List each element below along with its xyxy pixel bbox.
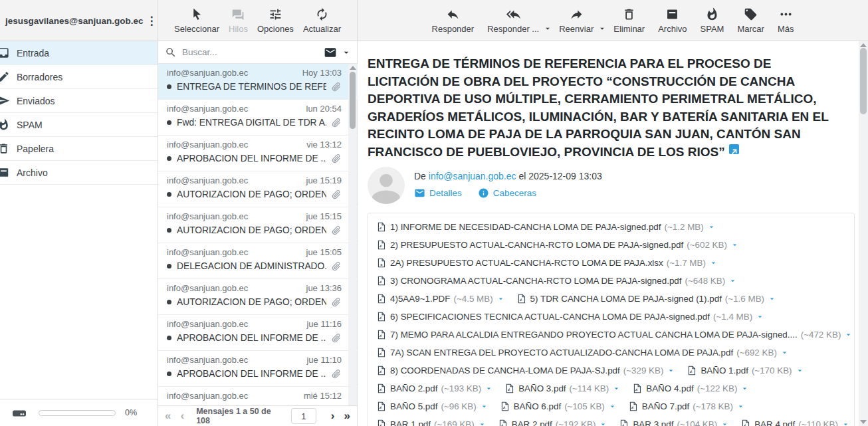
attachment-link[interactable]: 7) MEMO PARA ALCALDIA ENTREGANDO PROYECT… [376, 329, 853, 340]
attachment-menu-caret-icon[interactable] [841, 420, 850, 426]
message-list-item[interactable]: info@sanjuan.gob.ec lun 20:54 Fwd: ENTRE… [158, 100, 358, 136]
message-list-item[interactable]: info@sanjuan.gob.ec jue 15:19 AUTORIZACI… [158, 171, 358, 207]
attachment-menu-caret-icon[interactable] [478, 420, 487, 426]
attachment-name[interactable]: BAR 2.pdf [512, 419, 552, 426]
attachment-link[interactable]: BAÑO 1.pdf (~170 KB) [687, 365, 804, 376]
attachment-name[interactable]: 6) SPECIFICACIONES TECNICA ACTUAL-CANCHA… [390, 312, 710, 322]
attachment-menu-caret-icon[interactable] [720, 420, 729, 426]
attachment-name[interactable]: 7) MEMO PARA ALCALDIA ENTREGANDO PROYECT… [390, 330, 798, 340]
forward-button[interactable]: Reenviar [559, 7, 594, 34]
account-menu-kebab-icon[interactable]: ⋮ [144, 14, 160, 28]
attachment-name[interactable]: 2A) PRESUPUESTO ACTUAL-CANCHA-RCTO LOMA … [390, 258, 663, 268]
forward-dropdown-caret[interactable] [597, 24, 607, 36]
scrollbar-up-arrow[interactable] [860, 43, 867, 47]
attachment-name[interactable]: 1) INFORME DE NECESIDAD-CANCHA LOMA DE P… [390, 222, 661, 232]
message-list-item[interactable]: info@sanjuan.gob.ec mié 15:12 [158, 387, 358, 405]
attachment-link[interactable]: BAÑO 2.pdf (~193 KB) [376, 383, 493, 394]
reply-all-button[interactable]: Responder ... [487, 7, 539, 34]
attachment-menu-caret-icon[interactable] [707, 223, 716, 231]
attachment-menu-caret-icon[interactable] [736, 402, 745, 411]
last-page-button[interactable]: » [344, 409, 350, 423]
attachment-menu-caret-icon[interactable] [740, 384, 749, 393]
attachment-link[interactable]: BAR 4.pdf (~110 KB) [740, 419, 850, 426]
attachment-menu-caret-icon[interactable] [730, 241, 739, 249]
attachment-menu-caret-icon[interactable] [844, 330, 853, 339]
attachment-menu-caret-icon[interactable] [709, 259, 718, 267]
reply-button[interactable]: Responder [432, 7, 475, 34]
previous-page-button[interactable]: ‹ [180, 409, 184, 423]
page-number-input[interactable] [291, 408, 316, 424]
sidebar-folder-entrada[interactable]: Entrada [0, 41, 158, 65]
attachment-name[interactable]: BAR 3.pdf [633, 419, 673, 426]
message-list-item[interactable]: info@sanjuan.gob.ec jue 13:36 AUTORIZACI… [158, 279, 358, 315]
attachment-name[interactable]: BAÑO 6.pdf [514, 401, 561, 411]
sidebar-folder-spam[interactable]: SPAM [0, 113, 158, 137]
message-list-item[interactable]: info@sanjuan.gob.ec vie 13:12 APROBACION… [158, 136, 358, 171]
attachment-menu-caret-icon[interactable] [780, 348, 789, 357]
mark-button[interactable]: Marcar [737, 7, 764, 34]
attachment-link[interactable]: BAR 1.pdf (~169 KB) [376, 419, 487, 426]
message-list-item[interactable]: info@sanjuan.gob.ec jue 11:10 APROBACION… [158, 351, 358, 387]
attachment-name[interactable]: BAÑO 7.pdf [642, 401, 689, 411]
search-options-chevron-down-icon[interactable] [341, 47, 352, 58]
archive-button[interactable]: Archivo [658, 7, 687, 34]
attachment-link[interactable]: 1) INFORME DE NECESIDAD-CANCHA LOMA DE P… [376, 221, 716, 233]
attachment-name[interactable]: BAÑO 3.pdf [518, 383, 566, 393]
attachment-link[interactable]: BAÑO 6.pdf (~105 KB) [500, 401, 617, 412]
attachment-link[interactable]: 6) SPECIFICACIONES TECNICA ACTUAL-CANCHA… [376, 311, 764, 322]
search-scope-mail-icon[interactable] [324, 46, 337, 59]
attachment-menu-caret-icon[interactable] [480, 402, 488, 411]
attachment-menu-caret-icon[interactable] [496, 294, 505, 303]
message-list-item[interactable]: info@sanjuan.gob.ec Hoy 13:03 ENTREGA DE… [158, 64, 358, 100]
attachment-name[interactable]: 3) CRONOGRAMA ACTUAL-CANCHA-RCTO LOMA DE… [390, 276, 682, 286]
sidebar-folder-papelera[interactable]: Papelera [0, 137, 158, 161]
select-button[interactable]: Seleccionar [174, 7, 219, 34]
attachment-menu-caret-icon[interactable] [608, 402, 617, 411]
attachment-link[interactable]: 5) TDR CANCHA LOMA DE PAJA-signed (1).pd… [516, 293, 776, 304]
attachment-link[interactable]: BAR 2.pdf (~192 KB) [498, 419, 608, 426]
attachment-link[interactable]: BAÑO 5.pdf (~96 KB) [376, 401, 488, 412]
scrollbar-down-arrow[interactable] [860, 420, 867, 424]
attachment-name[interactable]: BAR 4.pdf [754, 419, 795, 426]
scrollbar-thumb[interactable] [350, 72, 356, 129]
attachment-link[interactable]: BAÑO 7.pdf (~178 KB) [628, 401, 745, 412]
attachment-link[interactable]: BAÑO 3.pdf (~114 KB) [504, 383, 621, 394]
open-in-new-window-icon[interactable] [729, 144, 739, 154]
attachment-menu-caret-icon[interactable] [599, 420, 607, 426]
attachment-menu-caret-icon[interactable] [728, 276, 737, 285]
attachment-link[interactable]: 3) CRONOGRAMA ACTUAL-CANCHA-RCTO LOMA DE… [376, 275, 737, 286]
attachment-link[interactable]: BAÑO 4.pdf (~122 KB) [632, 383, 749, 394]
message-list-item[interactable]: info@sanjuan.gob.ec jue 15:15 AUTORIZACI… [158, 207, 358, 243]
sender-email-link[interactable]: info@sanjuan.gob.ec [429, 171, 516, 181]
attachment-link[interactable]: 8) COORDENADAS DE CANCHA-LOMA DE PAJA-SJ… [376, 365, 675, 376]
attachment-name[interactable]: BAÑO 4.pdf [646, 383, 693, 393]
attachment-menu-caret-icon[interactable] [768, 294, 776, 303]
options-button[interactable]: Opciones [257, 7, 294, 34]
attachment-name[interactable]: BAR 1.pdf [390, 419, 431, 426]
attachment-name[interactable]: BAÑO 5.pdf [390, 401, 437, 411]
more-button[interactable]: Más [778, 7, 794, 34]
attachment-link[interactable]: x 2A) PRESUPUESTO ACTUAL-CANCHA-RCTO LOM… [376, 257, 718, 268]
sidebar-folder-borradores[interactable]: Borradores [0, 65, 158, 89]
attachment-link[interactable]: BAR 3.pdf (~104 KB) [619, 419, 729, 426]
attachment-name[interactable]: 8) COORDENADAS DE CANCHA-LOMA DE PAJA-SJ… [390, 366, 620, 375]
attachment-menu-caret-icon[interactable] [485, 384, 493, 393]
attachment-link[interactable]: 2) PRESUPUESTO ACTUAL-CANCHA-RCTO LOMA D… [376, 239, 739, 251]
attachment-menu-caret-icon[interactable] [667, 366, 675, 375]
attachment-name[interactable]: 4)5AA9~1.PDF [390, 294, 450, 304]
message-list-item[interactable]: info@sanjuan.gob.ec jue 15:05 DELEGACION… [158, 243, 358, 279]
threads-button[interactable]: Hilos [229, 7, 248, 34]
attachment-menu-caret-icon[interactable] [796, 366, 804, 375]
first-page-button[interactable]: « [165, 409, 171, 423]
message-list-scrollbar[interactable] [348, 64, 357, 426]
reply-all-dropdown-caret[interactable] [543, 24, 552, 36]
attachment-link[interactable]: 7A) SCAN ENTREGA DEL PROYECTO ACTUALIZAD… [376, 347, 789, 358]
message-view-scrollbar[interactable] [859, 41, 868, 426]
details-toggle[interactable]: Detalles [414, 187, 462, 199]
attachment-name[interactable]: 2) PRESUPUESTO ACTUAL-CANCHA-RCTO LOMA D… [390, 240, 683, 250]
refresh-button[interactable]: Actualizar [303, 7, 341, 34]
next-page-button[interactable]: › [331, 409, 335, 423]
spam-button[interactable]: SPAM [701, 7, 724, 34]
search-input[interactable] [182, 47, 324, 57]
attachment-name[interactable]: BAÑO 1.pdf [701, 366, 748, 375]
